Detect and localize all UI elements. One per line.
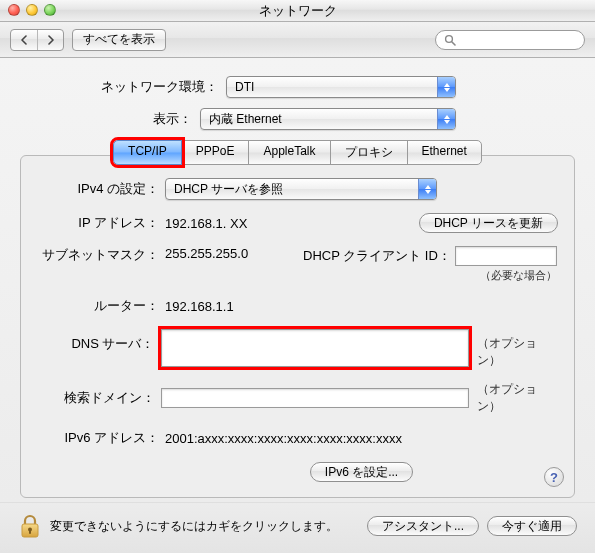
back-button[interactable] — [11, 30, 37, 50]
tcpip-panel: IPv4 の設定： DHCP サーバを参照 IP アドレス： 192.168.1… — [20, 155, 575, 498]
dhcp-client-id-note: （必要な場合） — [303, 268, 557, 283]
popup-arrows-icon — [437, 109, 455, 129]
content-area: ネットワーク環境： DTI 表示： 内蔵 Ethernet TCP/IP PPP… — [0, 58, 595, 502]
ip-address-value: 192.168.1. XX — [165, 216, 325, 231]
lock-area[interactable]: 変更できないようにするにはカギをクリックします。 — [18, 513, 338, 539]
search-icon — [444, 34, 456, 46]
router-label: ルーター： — [37, 297, 165, 315]
location-value: DTI — [235, 80, 254, 94]
window-controls — [8, 4, 56, 16]
dhcp-client-id-input[interactable] — [455, 246, 557, 266]
assistant-button[interactable]: アシスタント... — [367, 516, 479, 536]
search-input[interactable] — [460, 32, 576, 48]
bottom-bar: 変更できないようにするにはカギをクリックします。 アシスタント... 今すぐ適用 — [0, 502, 595, 553]
router-value: 192.168.1.1 — [165, 299, 234, 314]
tab-ethernet[interactable]: Ethernet — [407, 140, 482, 165]
search-domains-hint: （オプション） — [477, 381, 558, 415]
dns-servers-hint: （オプション） — [477, 329, 558, 369]
show-value: 内蔵 Ethernet — [209, 111, 282, 128]
close-icon[interactable] — [8, 4, 20, 16]
ipv4-config-value: DHCP サーバを参照 — [174, 181, 283, 198]
ipv6-address-value: 2001:axxx:xxxx:xxxx:xxxx:xxxx:xxxx:xxxx — [165, 431, 402, 446]
ipv6-address-label: IPv6 アドレス： — [37, 429, 165, 447]
tab-bar: TCP/IP PPPoE AppleTalk プロキシ Ethernet IPv… — [20, 140, 575, 498]
toolbar: すべてを表示 — [0, 22, 595, 58]
show-popup[interactable]: 内蔵 Ethernet — [200, 108, 456, 130]
nav-back-forward — [10, 29, 64, 51]
configure-ipv6-button[interactable]: IPv6 を設定... — [310, 462, 413, 482]
help-button[interactable]: ? — [544, 467, 564, 487]
ipv4-config-popup[interactable]: DHCP サーバを参照 — [165, 178, 437, 200]
lock-text: 変更できないようにするにはカギをクリックします。 — [50, 518, 338, 535]
subnet-mask-value: 255.255.255.0 — [165, 246, 285, 261]
apply-now-button[interactable]: 今すぐ適用 — [487, 516, 577, 536]
subnet-mask-label: サブネットマスク： — [37, 246, 165, 264]
search-domains-input[interactable] — [161, 388, 470, 408]
tab-appletalk[interactable]: AppleTalk — [248, 140, 330, 165]
location-popup[interactable]: DTI — [226, 76, 456, 98]
zoom-icon[interactable] — [44, 4, 56, 16]
show-label: 表示： — [20, 110, 200, 128]
dns-servers-label: DNS サーバ： — [37, 329, 161, 353]
svg-point-0 — [446, 35, 453, 42]
chevron-left-icon — [19, 35, 29, 45]
titlebar: ネットワーク — [0, 0, 595, 22]
renew-dhcp-lease-button[interactable]: DHCP リースを更新 — [419, 213, 558, 233]
network-prefs-window: ネットワーク すべてを表示 ネットワーク環境： DTI — [0, 0, 595, 553]
location-label: ネットワーク環境： — [20, 78, 226, 96]
minimize-icon[interactable] — [26, 4, 38, 16]
tab-pppoe[interactable]: PPPoE — [181, 140, 250, 165]
search-field[interactable] — [435, 30, 585, 50]
search-domains-label: 検索ドメイン： — [37, 389, 161, 407]
window-title: ネットワーク — [259, 2, 337, 20]
tab-tcpip[interactable]: TCP/IP — [113, 140, 182, 165]
ip-address-label: IP アドレス： — [37, 214, 165, 232]
popup-arrows-icon — [437, 77, 455, 97]
tab-proxy[interactable]: プロキシ — [330, 140, 408, 165]
dhcp-client-id-label: DHCP クライアント ID： — [303, 247, 451, 265]
forward-button[interactable] — [37, 30, 63, 50]
svg-line-1 — [452, 42, 455, 45]
ipv4-config-label: IPv4 の設定： — [37, 180, 165, 198]
show-all-button[interactable]: すべてを表示 — [72, 29, 166, 51]
chevron-right-icon — [46, 35, 56, 45]
popup-arrows-icon — [418, 179, 436, 199]
svg-rect-4 — [29, 530, 31, 534]
help-icon: ? — [550, 470, 558, 485]
lock-icon — [18, 513, 42, 539]
dns-servers-input[interactable] — [161, 329, 470, 367]
